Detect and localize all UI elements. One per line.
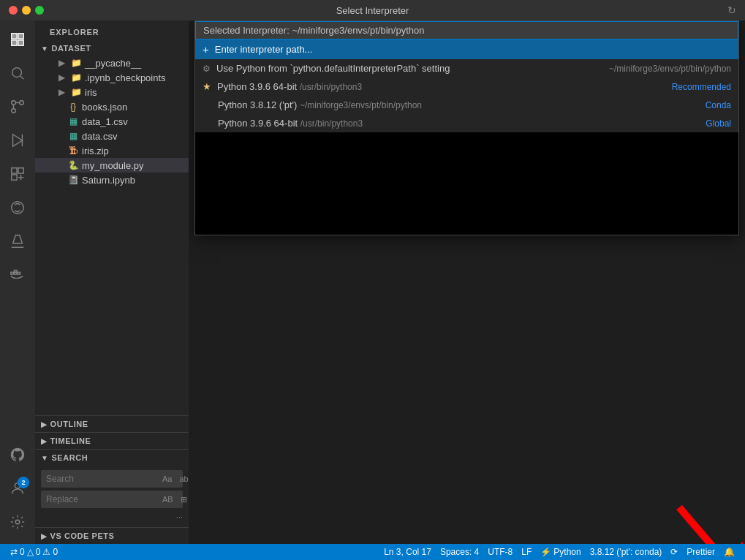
list-item[interactable]: 📓 Saturn.ipynb bbox=[35, 173, 189, 187]
search-more[interactable]: ··· bbox=[41, 511, 183, 523]
file-name: .ipynb_checkpoints bbox=[85, 72, 166, 83]
info-count: 0 bbox=[53, 547, 58, 557]
use-python-label: Use Python from `python.defaultInterpret… bbox=[216, 63, 600, 74]
status-bar: ⇄ 0 △ 0 ⚠ 0 Ln 3, Col 17 Spaces: 4 UTF-8… bbox=[0, 544, 745, 560]
py-icon: 🐍 bbox=[67, 159, 79, 171]
svg-point-23 bbox=[15, 520, 20, 524]
sidebar-header: Explorer bbox=[35, 20, 189, 41]
activity-account[interactable]: 2 bbox=[1, 472, 34, 504]
dataset-label: DATASET bbox=[51, 44, 91, 53]
notification-status[interactable]: 🔔 bbox=[719, 544, 739, 560]
prettier-status[interactable]: Prettier bbox=[682, 544, 719, 560]
list-item[interactable]: ▶ 📁 .ipynb_checkpoints bbox=[35, 70, 189, 85]
list-item[interactable]: ▦ data_1.csv bbox=[35, 114, 189, 129]
global-tag: Global bbox=[706, 118, 731, 129]
language-status[interactable]: ⚡ Python bbox=[536, 544, 585, 560]
timeline-chevron: ▶ bbox=[41, 437, 48, 445]
file-tree: ▶ 📁 __pycache__ ▶ 📁 .ipynb_checkpoints ▶… bbox=[35, 56, 189, 415]
folder-icon: 📁 bbox=[70, 57, 82, 69]
replace-input[interactable] bbox=[45, 493, 157, 506]
close-button[interactable] bbox=[9, 6, 18, 15]
svg-line-5 bbox=[20, 76, 23, 79]
match-word-button[interactable]: ab bbox=[177, 474, 189, 484]
timeline-header[interactable]: ▶ TIMELINE bbox=[35, 433, 189, 449]
refresh-icon[interactable]: ↻ bbox=[727, 4, 736, 16]
spaces-status[interactable]: Spaces: 4 bbox=[436, 544, 483, 560]
file-name: my_module.py bbox=[82, 160, 144, 171]
search-input[interactable] bbox=[45, 472, 157, 485]
activity-extensions[interactable] bbox=[1, 158, 34, 190]
use-python-setting-item[interactable]: ⚙ Use Python from `python.defaultInterpr… bbox=[195, 59, 738, 77]
arrow-svg bbox=[657, 500, 745, 544]
search-area: Aa ab .* AB ⊞ ··· bbox=[35, 466, 189, 527]
replace-all-icon[interactable]: ⊞ bbox=[178, 494, 189, 505]
search-input-wrap: Aa ab .* bbox=[41, 470, 183, 488]
status-left: ⇄ 0 △ 0 ⚠ 0 bbox=[6, 544, 62, 560]
timeline-label: TIMELINE bbox=[50, 436, 91, 445]
list-item[interactable]: 🗜 iris.zip bbox=[35, 143, 189, 158]
star-icon: ★ bbox=[203, 81, 211, 92]
enter-interpreter-label: Enter interpreter path... bbox=[215, 44, 731, 55]
svg-rect-14 bbox=[18, 168, 23, 173]
activity-explorer[interactable] bbox=[1, 23, 34, 56]
replace-icon[interactable]: AB bbox=[160, 494, 175, 504]
maximize-button[interactable] bbox=[35, 6, 44, 15]
activity-settings[interactable] bbox=[1, 506, 34, 538]
list-item[interactable]: {} books.json bbox=[35, 99, 189, 114]
activity-github[interactable] bbox=[1, 439, 34, 471]
enter-interpreter-item[interactable]: + Enter interpreter path... bbox=[195, 39, 738, 59]
interpreter-input-row[interactable]: Selected Interpreter: ~/miniforge3/envs/… bbox=[195, 21, 738, 39]
account-badge: 2 bbox=[18, 477, 29, 488]
prettier-label: Prettier bbox=[687, 547, 715, 557]
minimize-button[interactable] bbox=[22, 6, 31, 15]
encoding-status[interactable]: UTF-8 bbox=[483, 544, 517, 560]
outline-header[interactable]: ▶ OUTLINE bbox=[35, 416, 189, 432]
activity-search[interactable] bbox=[1, 57, 34, 89]
activity-jupyter[interactable] bbox=[1, 192, 34, 224]
activity-source-control[interactable] bbox=[1, 91, 34, 123]
csv-icon: ▦ bbox=[67, 116, 79, 127]
file-name: data.csv bbox=[82, 131, 117, 142]
folder-icon: 📁 bbox=[70, 86, 82, 98]
file-name: data_1.csv bbox=[82, 116, 128, 127]
outline-chevron: ▶ bbox=[41, 420, 48, 428]
spaces-label: Spaces: 4 bbox=[440, 547, 479, 557]
cursor-position[interactable]: Ln 3, Col 17 bbox=[379, 544, 436, 560]
svg-rect-13 bbox=[12, 168, 17, 173]
vs-code-pets-header[interactable]: ▶ VS CODE PETS bbox=[35, 528, 189, 544]
svg-point-7 bbox=[20, 101, 24, 105]
pets-chevron: ▶ bbox=[41, 532, 48, 540]
ipynb-icon: 📓 bbox=[67, 174, 79, 186]
csv-icon: ▦ bbox=[67, 130, 79, 142]
python-396-global-item[interactable]: Python 3.9.6 64-bit /usr/bin/python3 Glo… bbox=[195, 114, 738, 132]
list-item[interactable]: ▦ data.csv bbox=[35, 129, 189, 143]
file-name: iris.zip bbox=[82, 145, 109, 156]
match-case-button[interactable]: Aa bbox=[160, 474, 174, 484]
folder-icon: 📁 bbox=[70, 72, 82, 83]
dataset-section[interactable]: ▼ DATASET bbox=[35, 41, 189, 56]
svg-rect-20 bbox=[18, 272, 20, 274]
list-item[interactable]: ▶ 📁 __pycache__ bbox=[35, 56, 189, 70]
sync-status[interactable]: ⟳ bbox=[666, 544, 682, 560]
replace-input-wrap: AB ⊞ bbox=[41, 491, 183, 508]
python-3812-conda-item[interactable]: Python 3.8.12 ('pt') ~/miniforge3/envs/p… bbox=[195, 96, 738, 114]
eol-label: LF bbox=[521, 547, 532, 557]
dataset-chevron: ▼ bbox=[41, 45, 48, 53]
list-item[interactable]: ▶ 📁 iris bbox=[35, 85, 189, 99]
python-396-recommended-item[interactable]: ★ Python 3.9.6 64-bit /usr/bin/python3 R… bbox=[195, 77, 738, 96]
vs-code-pets-section: ▶ VS CODE PETS bbox=[35, 527, 189, 544]
search-header[interactable]: ▼ SEARCH bbox=[35, 450, 189, 466]
activity-docker[interactable] bbox=[1, 259, 34, 291]
interpreter-overlay: Selected Interpreter: ~/miniforge3/envs/… bbox=[189, 20, 745, 544]
search-chevron: ▼ bbox=[41, 454, 48, 462]
file-name: iris bbox=[85, 87, 97, 98]
list-item[interactable]: 🐍 my_module.py bbox=[35, 158, 189, 173]
timeline-section: ▶ TIMELINE bbox=[35, 432, 189, 449]
activity-test[interactable] bbox=[1, 225, 34, 257]
eol-status[interactable]: LF bbox=[517, 544, 536, 560]
interpreter-status[interactable]: 3.8.12 ('pt': conda) bbox=[586, 544, 667, 560]
dialog-title: Select Interpreter bbox=[336, 5, 409, 16]
activity-run[interactable] bbox=[1, 124, 34, 156]
file-name: Saturn.ipynb bbox=[82, 175, 135, 186]
remote-status[interactable]: ⇄ 0 △ 0 ⚠ 0 bbox=[6, 544, 62, 560]
